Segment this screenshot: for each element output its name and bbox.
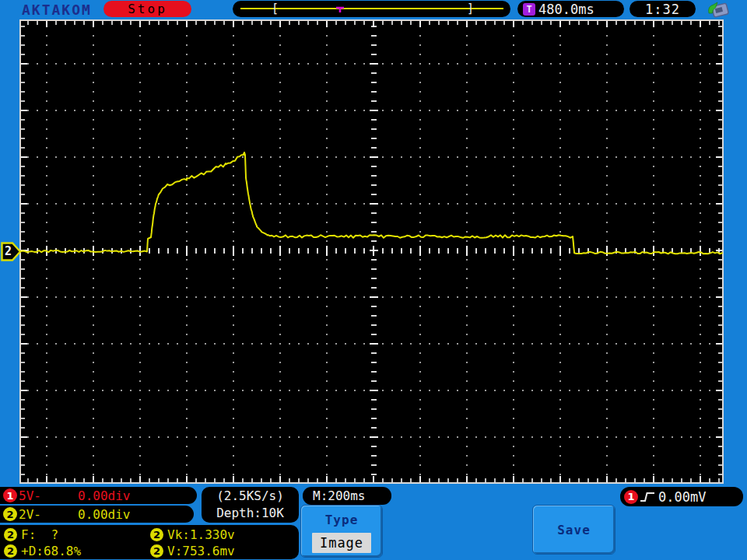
clock-value: 1:32	[645, 2, 680, 17]
measurement-channel-badge: 2	[150, 528, 163, 541]
channel-2-marker-label: 2	[5, 244, 12, 258]
usb-storage-icon	[705, 1, 733, 22]
ch2-position: 0.00div	[78, 507, 130, 522]
measurement-cell: 2Vk:1.330v	[150, 527, 235, 543]
measurement-cell: 2+D:68.8%	[4, 543, 81, 559]
measurement-cell: 2F: ?	[4, 527, 58, 543]
measurement-channel-badge: 2	[150, 544, 163, 558]
save-button-label: Save	[557, 523, 591, 537]
type-selected-value[interactable]: Image	[312, 533, 371, 553]
ch1-scale: 5V-	[19, 488, 41, 503]
trigger-type-icon: T	[523, 3, 535, 16]
measurement-cell: 2V:753.6mv	[150, 543, 235, 559]
run-status-badge: Stop	[103, 1, 191, 17]
trigger-level-badge: 1 0.00mV	[620, 487, 743, 506]
measurement-vk: Vk:1.330v	[167, 527, 235, 542]
record-depth: Depth:10K	[202, 505, 299, 522]
ch1-status-row: 1 5V- 0.00div	[0, 487, 197, 504]
window-left-bracket: [	[272, 2, 279, 16]
ch2-scale: 2V-	[19, 507, 41, 522]
channel-2-marker: 2	[1, 242, 22, 261]
ch1-position: 0.00div	[78, 488, 130, 503]
brand-logo: AKTAKOM	[22, 2, 92, 18]
measurement-channel-badge: 2	[4, 544, 17, 558]
measurement-v: V:753.6mv	[167, 544, 235, 558]
scope-grid-and-trace	[19, 19, 724, 484]
sample-rate: (2.5KS/s)	[202, 488, 299, 505]
measurement-channel-badge: 2	[4, 528, 17, 541]
timebase-badge: M:200ms	[303, 487, 391, 505]
measurement-freq: F: ?	[21, 527, 58, 542]
waveform-display: 2	[19, 19, 724, 484]
trigger-position-marker-icon	[335, 2, 345, 16]
measurement-duty: +D:68.8%	[21, 544, 81, 558]
window-right-bracket: ]	[467, 2, 474, 16]
record-length-line	[240, 8, 503, 9]
save-button[interactable]: Save	[532, 505, 615, 555]
clock-display: 1:32	[630, 1, 696, 17]
type-button[interactable]: Type Image	[300, 505, 383, 558]
channel-1-badge: 1	[3, 488, 17, 502]
run-status-label: Stop	[128, 2, 167, 16]
timebase-value: M:200ms	[313, 488, 365, 503]
channel-2-badge: 2	[3, 507, 17, 521]
acquisition-panel: (2.5KS/s) Depth:10K	[202, 487, 299, 523]
trigger-position-bar: [ ]	[233, 1, 510, 17]
trigger-delay-badge: T 480.0ms	[517, 1, 624, 17]
trigger-delay-value: 480.0ms	[538, 2, 594, 17]
measurements-panel: 2F: ? 2Vk:1.330v 2+D:68.8% 2V:753.6mv	[0, 525, 299, 559]
type-button-label: Type	[301, 513, 382, 527]
trigger-source-badge: 1	[624, 490, 638, 504]
trigger-level-value: 0.00mV	[658, 489, 706, 505]
rising-edge-icon	[640, 490, 657, 504]
oscilloscope-screen: AKTAKOM Stop [ ] T 480.0ms 1:32	[0, 0, 747, 560]
ch2-status-row: 2 2V- 0.00div	[0, 506, 194, 523]
